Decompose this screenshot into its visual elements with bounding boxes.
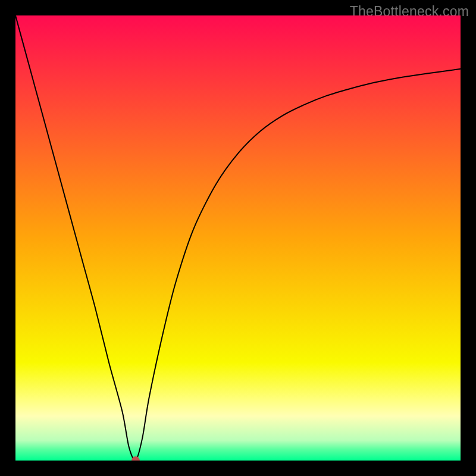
chart-svg xyxy=(15,15,461,461)
plot-area xyxy=(15,15,461,461)
chart-background xyxy=(15,15,461,461)
chart-stage: TheBottleneck.com xyxy=(0,0,476,476)
